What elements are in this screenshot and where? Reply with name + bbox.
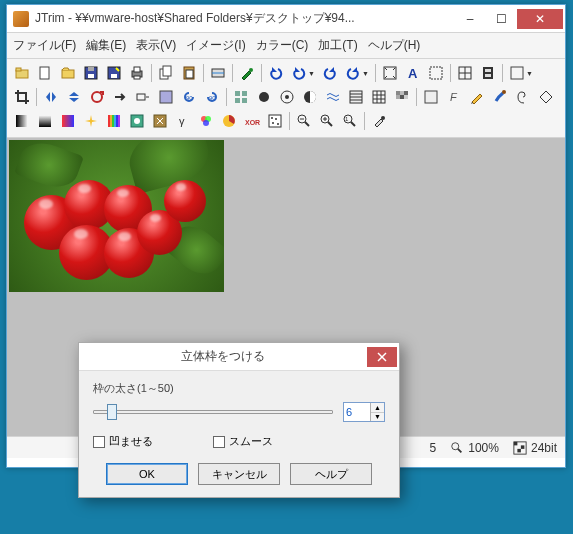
titlebar[interactable]: JTrim - ¥¥vmware-host¥Shared Folders¥デスク… xyxy=(7,5,565,33)
open-file-button[interactable] xyxy=(11,62,33,84)
redo-button[interactable] xyxy=(319,62,341,84)
xor-button[interactable]: XOR xyxy=(241,110,263,132)
new-button[interactable] xyxy=(34,62,56,84)
move-rect-button[interactable] xyxy=(132,86,154,108)
grid-button[interactable] xyxy=(454,62,476,84)
rot-ccw-button[interactable]: 90 xyxy=(178,86,200,108)
circle-button[interactable] xyxy=(253,86,275,108)
vignette-button[interactable] xyxy=(276,86,298,108)
scan-button[interactable] xyxy=(207,62,229,84)
svg-rect-99 xyxy=(517,448,521,452)
zoom-in-button[interactable] xyxy=(316,110,338,132)
rot-cw-button[interactable]: 90 xyxy=(201,86,223,108)
thickness-input[interactable] xyxy=(344,403,370,421)
eyedrop-button[interactable] xyxy=(368,110,390,132)
paste-button[interactable] xyxy=(178,62,200,84)
thickness-slider[interactable] xyxy=(93,402,333,422)
svg-rect-61 xyxy=(39,115,51,127)
grad2-button[interactable] xyxy=(34,110,56,132)
svg-text:γ: γ xyxy=(179,115,185,127)
fx1-button[interactable] xyxy=(126,110,148,132)
flip-h-button[interactable] xyxy=(40,86,62,108)
dialog-titlebar[interactable]: 立体枠をつける xyxy=(79,343,399,371)
paint-button[interactable] xyxy=(236,62,258,84)
cancel-button[interactable]: キャンセル xyxy=(198,463,280,485)
grid-3-button[interactable] xyxy=(368,86,390,108)
menu-image[interactable]: イメージ(I) xyxy=(186,37,245,54)
sparkle-button[interactable] xyxy=(80,110,102,132)
menu-edit[interactable]: 編集(E) xyxy=(86,37,126,54)
undo-button[interactable] xyxy=(265,62,287,84)
indent-checkbox[interactable]: 凹ませる xyxy=(93,434,153,449)
zoom-out-button[interactable] xyxy=(293,110,315,132)
svg-point-29 xyxy=(92,92,102,102)
dither-button[interactable] xyxy=(264,110,286,132)
svg-line-91 xyxy=(351,122,355,126)
flip-v-button[interactable] xyxy=(63,86,85,108)
save-button[interactable] xyxy=(80,62,102,84)
grad3-button[interactable] xyxy=(57,110,79,132)
brush-button[interactable] xyxy=(489,86,511,108)
pie-button[interactable] xyxy=(218,110,240,132)
svg-rect-1 xyxy=(16,68,21,71)
dialog-close-button[interactable] xyxy=(367,347,397,367)
film-button[interactable] xyxy=(477,62,499,84)
canvas-image[interactable] xyxy=(9,140,224,292)
diamond-button[interactable] xyxy=(535,86,557,108)
menu-process[interactable]: 加工(T) xyxy=(318,37,357,54)
contrast-button[interactable] xyxy=(299,86,321,108)
help-button[interactable]: ヘルプ xyxy=(290,463,372,485)
zoom-reset-button[interactable]: 1 xyxy=(339,110,361,132)
gamma-button[interactable]: γ xyxy=(172,110,194,132)
sharpen-button[interactable] xyxy=(420,86,442,108)
svg-rect-53 xyxy=(404,91,408,95)
menu-file[interactable]: ファイル(F) xyxy=(13,37,76,54)
open-button[interactable] xyxy=(57,62,79,84)
svg-text:90: 90 xyxy=(186,95,193,101)
menu-color[interactable]: カラー(C) xyxy=(256,37,309,54)
stripes-button[interactable] xyxy=(345,86,367,108)
zoom-icon xyxy=(450,441,464,455)
fit-button[interactable] xyxy=(379,62,401,84)
menu-bar: ファイル(F) 編集(E) 表示(V) イメージ(I) カラー(C) 加工(T)… xyxy=(7,33,565,59)
tile-button[interactable] xyxy=(230,86,252,108)
rainbow-button[interactable] xyxy=(103,110,125,132)
font-button[interactable]: A xyxy=(402,62,424,84)
thickness-spin: ▲ ▼ xyxy=(343,402,385,422)
square-button[interactable] xyxy=(155,86,177,108)
svg-rect-10 xyxy=(134,67,140,72)
svg-point-18 xyxy=(249,68,253,72)
close-button[interactable]: ✕ xyxy=(517,9,563,29)
settings-dd-button[interactable]: ▼ xyxy=(506,62,536,84)
waves-button[interactable] xyxy=(322,86,344,108)
svg-rect-56 xyxy=(404,95,408,99)
thickness-down-button[interactable]: ▼ xyxy=(371,413,384,422)
svg-rect-5 xyxy=(88,74,94,78)
print-button[interactable] xyxy=(126,62,148,84)
smooth-checkbox[interactable]: スムース xyxy=(213,434,273,449)
svg-rect-66 xyxy=(114,115,116,127)
crop-button[interactable] xyxy=(11,86,33,108)
thickness-up-button[interactable]: ▲ xyxy=(371,403,384,413)
spiral-button[interactable] xyxy=(512,86,534,108)
minimize-button[interactable]: – xyxy=(455,9,485,29)
menu-help[interactable]: ヘルプ(H) xyxy=(368,37,421,54)
mosaic-button[interactable] xyxy=(391,86,413,108)
svg-point-79 xyxy=(271,117,273,119)
ok-button[interactable]: OK xyxy=(106,463,188,485)
redo-dd-button[interactable]: ▼ xyxy=(342,62,372,84)
pencil-button[interactable] xyxy=(466,86,488,108)
grad1-button[interactable] xyxy=(11,110,33,132)
rot-arb-button[interactable] xyxy=(86,86,108,108)
rgb-button[interactable] xyxy=(195,110,217,132)
fx2-button[interactable] xyxy=(149,110,171,132)
svg-line-84 xyxy=(305,122,309,126)
save-as-button[interactable] xyxy=(103,62,125,84)
move-r-button[interactable] xyxy=(109,86,131,108)
select-sw-button[interactable] xyxy=(425,62,447,84)
filter-f-button[interactable]: F xyxy=(443,86,465,108)
undo-dd-button[interactable]: ▼ xyxy=(288,62,318,84)
maximize-button[interactable]: ☐ xyxy=(486,9,516,29)
copy-button[interactable] xyxy=(155,62,177,84)
menu-view[interactable]: 表示(V) xyxy=(136,37,176,54)
